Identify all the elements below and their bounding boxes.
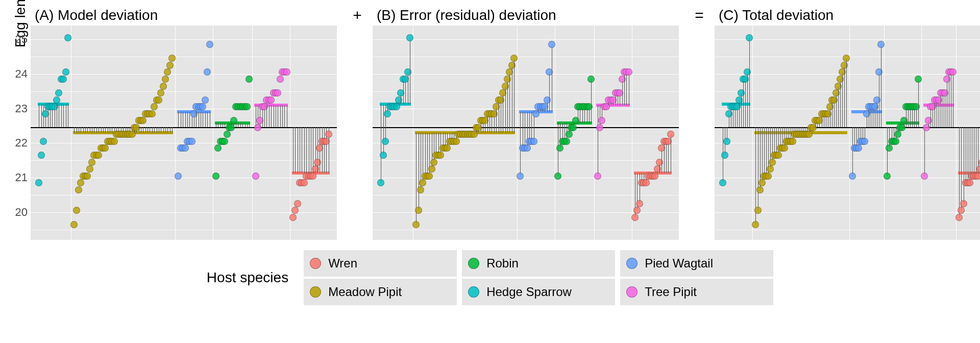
data-point bbox=[188, 138, 195, 145]
data-point bbox=[530, 138, 537, 145]
legend: Host species WrenRobinPied WagtailMeadow… bbox=[10, 250, 970, 305]
data-point bbox=[955, 214, 963, 221]
data-point bbox=[182, 144, 189, 152]
data-point bbox=[175, 173, 182, 180]
data-point bbox=[204, 68, 211, 76]
legend-swatch bbox=[468, 286, 479, 298]
data-point bbox=[651, 173, 658, 180]
data-point bbox=[594, 173, 601, 180]
data-point bbox=[214, 144, 222, 152]
legend-label: Pied Wagtail bbox=[645, 256, 713, 271]
grand-mean-line bbox=[715, 127, 980, 128]
data-point bbox=[587, 76, 595, 83]
data-point bbox=[625, 68, 632, 76]
data-point bbox=[55, 89, 62, 96]
legend-swatch bbox=[310, 258, 321, 269]
data-point bbox=[111, 138, 118, 145]
data-point bbox=[155, 96, 162, 104]
data-point bbox=[53, 96, 60, 104]
data-point bbox=[86, 165, 93, 173]
data-point bbox=[633, 207, 641, 214]
legend-item: Wren bbox=[304, 250, 457, 277]
data-point bbox=[35, 179, 42, 186]
data-point bbox=[877, 41, 885, 48]
data-point bbox=[636, 200, 643, 207]
data-point bbox=[274, 89, 281, 96]
data-point bbox=[843, 55, 850, 62]
grand-mean-line bbox=[373, 127, 679, 128]
data-point bbox=[453, 138, 460, 145]
legend-swatch bbox=[310, 286, 321, 298]
data-point bbox=[915, 76, 922, 83]
data-point bbox=[199, 103, 206, 110]
panel-title: (A) Model deviation bbox=[31, 5, 337, 26]
data-point bbox=[40, 138, 47, 145]
data-point bbox=[719, 179, 726, 186]
y-tick-label: 20 bbox=[5, 206, 28, 219]
legend-swatch bbox=[626, 286, 638, 298]
data-point bbox=[430, 159, 437, 166]
data-point bbox=[894, 131, 901, 138]
data-point bbox=[151, 103, 158, 110]
data-point bbox=[95, 152, 102, 159]
legend-title: Host species bbox=[207, 270, 288, 286]
data-point bbox=[380, 152, 387, 159]
data-point bbox=[289, 214, 297, 221]
panel-joiner: + bbox=[342, 5, 373, 26]
panel-A: (A) Model deviation bbox=[31, 5, 337, 240]
data-point bbox=[765, 173, 772, 180]
data-point bbox=[412, 221, 420, 228]
data-point bbox=[974, 173, 980, 180]
legend-label: Wren bbox=[328, 256, 357, 271]
data-point bbox=[721, 152, 728, 159]
data-point bbox=[805, 131, 813, 138]
data-point bbox=[77, 179, 84, 186]
data-point bbox=[246, 76, 253, 83]
data-point bbox=[752, 221, 759, 228]
data-point bbox=[667, 131, 674, 138]
legend-item: Hedge Sparrow bbox=[462, 279, 615, 305]
data-point bbox=[62, 68, 69, 76]
data-point bbox=[958, 207, 965, 214]
data-point bbox=[437, 152, 444, 159]
data-point bbox=[168, 55, 176, 62]
panel-title: (C) Total deviation bbox=[715, 5, 980, 26]
data-point bbox=[419, 179, 426, 186]
data-point bbox=[849, 173, 856, 180]
data-point bbox=[162, 76, 169, 83]
legend-label: Tree Pipit bbox=[645, 285, 697, 299]
data-point bbox=[160, 83, 167, 90]
data-point bbox=[417, 186, 424, 193]
data-point bbox=[886, 144, 893, 152]
data-point bbox=[164, 68, 171, 76]
data-point bbox=[966, 179, 973, 186]
data-point bbox=[267, 96, 275, 104]
y-tick-label: 25 bbox=[5, 33, 28, 46]
data-point bbox=[758, 179, 766, 186]
legend-label: Meadow Pipit bbox=[328, 285, 402, 299]
data-point bbox=[38, 152, 45, 159]
data-point bbox=[139, 117, 146, 124]
legend-swatch bbox=[468, 258, 479, 269]
data-point bbox=[224, 131, 231, 138]
legend-item: Robin bbox=[462, 250, 615, 277]
data-point bbox=[524, 144, 531, 152]
data-point bbox=[283, 68, 290, 76]
y-tick-label: 24 bbox=[5, 67, 28, 81]
data-point bbox=[767, 165, 774, 173]
data-point bbox=[157, 89, 164, 96]
plot-area bbox=[31, 26, 337, 240]
data-point bbox=[243, 103, 251, 110]
data-point bbox=[212, 173, 219, 180]
plot-area bbox=[715, 26, 980, 240]
data-point bbox=[510, 55, 518, 62]
data-point bbox=[789, 138, 796, 145]
data-point bbox=[294, 200, 301, 207]
data-point bbox=[377, 179, 384, 186]
legend-item: Tree Pipit bbox=[620, 279, 773, 305]
data-point bbox=[444, 144, 451, 152]
data-point bbox=[548, 41, 555, 48]
y-tick-label: 23 bbox=[5, 102, 28, 115]
panel-joiner: = bbox=[684, 5, 715, 26]
data-point bbox=[277, 76, 284, 83]
